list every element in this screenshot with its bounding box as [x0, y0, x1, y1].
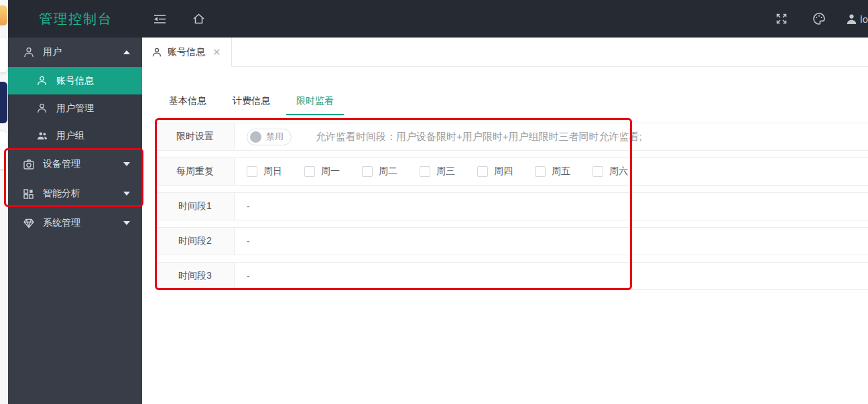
user-icon [36, 103, 48, 114]
user-icon [23, 47, 34, 58]
row-label: 时间段2 [156, 228, 235, 255]
chevron-up-icon [123, 50, 130, 54]
sidebar-item-user-management[interactable]: 用户管理 [8, 94, 142, 122]
tab-account-info[interactable]: 账号信息 ✕ [142, 38, 232, 67]
home-icon[interactable] [190, 11, 206, 27]
form-row-period-3: 时间段3 - [156, 262, 868, 290]
toggle-state-label: 禁用 [266, 131, 284, 143]
fullscreen-icon[interactable] [773, 11, 790, 27]
background-window-fragment [0, 38, 7, 72]
subtab-time-limit-monitor[interactable]: 限时监看 [286, 87, 344, 115]
time-limit-form: 限时设置 禁用 允许监看时间段：用户设备限时+用户限时+用户组限时三者同时允许监… [142, 123, 868, 290]
sidebar-item-account-info[interactable]: 账号信息 [8, 67, 142, 94]
checkbox-icon[interactable] [593, 166, 603, 177]
limit-hint-text: 允许监看时间段：用户设备限时+用户限时+用户组限时三者同时允许监看; [316, 131, 642, 143]
limit-toggle-switch[interactable]: 禁用 [247, 129, 292, 145]
period-value: - [247, 236, 250, 247]
form-row-period-2: 时间段2 - [156, 227, 868, 255]
theme-palette-icon[interactable] [811, 11, 827, 27]
row-label: 限时设置 [156, 123, 235, 150]
blocks-grid-icon [23, 188, 34, 200]
sidebar-item-label: 用户组 [56, 130, 130, 142]
person-icon [152, 48, 162, 57]
checkbox-icon[interactable] [477, 166, 488, 177]
day-checkbox-thursday[interactable]: 周四 [477, 165, 513, 178]
chevron-down-icon [123, 192, 130, 196]
sidebar-item-label: 用户 [43, 46, 123, 58]
tab-close-icon[interactable]: ✕ [212, 46, 221, 58]
row-label: 时间段3 [156, 263, 235, 289]
row-label: 每周重复 [156, 158, 235, 185]
chevron-down-icon [123, 221, 130, 225]
sidebar-item-user-groups[interactable]: 用户组 [8, 122, 142, 149]
checkbox-icon[interactable] [420, 166, 430, 177]
sidebar-item-system-management[interactable]: 系统管理 [8, 208, 142, 238]
form-row-weekly-repeat: 每周重复 周日 周一 周二 周三 [156, 157, 868, 186]
person-icon [36, 75, 48, 86]
day-checkbox-sunday[interactable]: 周日 [247, 165, 282, 178]
day-checkbox-friday[interactable]: 周五 [535, 165, 570, 178]
main-content: 账号信息 ✕ 基本信息 计费信息 限时监看 限时设置 禁用 允许监看时间段：用户… [142, 38, 868, 404]
user-group-icon [36, 130, 48, 141]
period-value: - [247, 271, 250, 281]
row-label: 时间段1 [156, 193, 235, 220]
background-window-fragment [0, 82, 7, 123]
sidebar-item-label: 账号信息 [56, 75, 130, 87]
topbar: 管理控制台 [8, 0, 868, 38]
app-title: 管理控制台 [39, 10, 113, 28]
checkbox-icon[interactable] [247, 166, 257, 177]
day-checkbox-monday[interactable]: 周一 [304, 165, 340, 178]
sidebar-users-submenu: 账号信息 用户管理 用户组 [8, 67, 142, 149]
username-text: lo [860, 13, 868, 25]
sidebar-collapse-icon[interactable] [151, 11, 168, 27]
chevron-down-icon [123, 162, 130, 166]
sidebar-item-label: 系统管理 [43, 217, 123, 229]
sidebar-item-device-management[interactable]: 设备管理 [8, 149, 142, 179]
open-tabs-bar: 账号信息 ✕ [142, 38, 868, 67]
tab-label: 账号信息 [168, 46, 205, 58]
toggle-knob [250, 131, 261, 143]
subtab-basic-info[interactable]: 基本信息 [159, 87, 216, 115]
form-row-limit-setting: 限时设置 禁用 允许监看时间段：用户设备限时+用户限时+用户组限时三者同时允许监… [156, 123, 868, 151]
gem-icon [23, 218, 34, 229]
sidebar-item-label: 智能分析 [43, 188, 123, 200]
subtab-billing-info[interactable]: 计费信息 [223, 87, 280, 115]
day-checkbox-saturday[interactable]: 周六 [593, 165, 628, 178]
sidebar-item-users-parent[interactable]: 用户 [8, 38, 142, 67]
detail-subtabs: 基本信息 计费信息 限时监看 [159, 87, 868, 115]
sidebar-item-label: 用户管理 [56, 103, 130, 115]
day-checkbox-tuesday[interactable]: 周二 [362, 165, 397, 178]
period-value: - [247, 201, 250, 212]
sidebar: 用户 账号信息 用户管理 用户组 [8, 38, 142, 404]
desktop-edge-strip [0, 0, 8, 404]
day-checkbox-wednesday[interactable]: 周三 [420, 165, 455, 178]
sidebar-item-intelligent-analysis[interactable]: 智能分析 [8, 179, 142, 208]
topbar-right-group: lo [773, 11, 868, 27]
checkbox-icon[interactable] [304, 166, 315, 177]
checkbox-icon[interactable] [535, 166, 546, 177]
user-icon [846, 13, 857, 25]
background-window-fragment [0, 5, 7, 25]
sidebar-item-label: 设备管理 [43, 158, 123, 170]
form-row-period-1: 时间段1 - [156, 192, 868, 220]
camera-icon [23, 159, 34, 170]
checkbox-icon[interactable] [362, 166, 373, 177]
background-window-fragment [0, 131, 7, 169]
user-menu[interactable]: lo [846, 13, 868, 25]
